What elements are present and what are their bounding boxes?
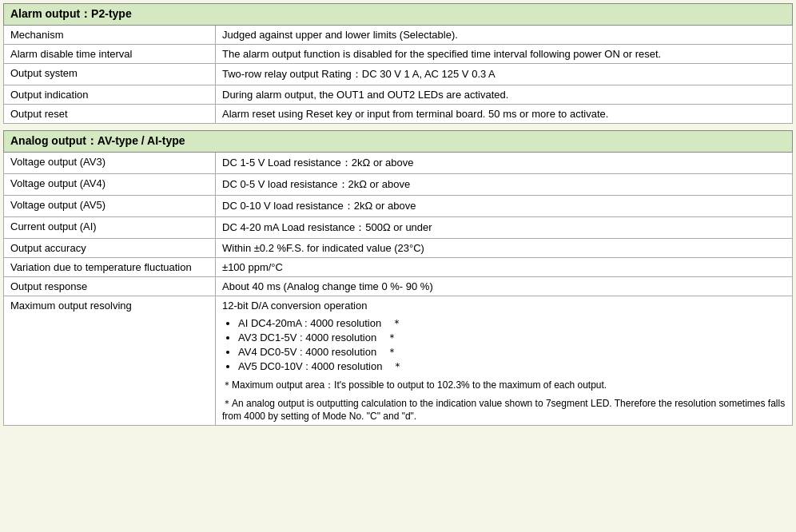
alarm-output-section: Alarm output：P2-type MechanismJudged aga… xyxy=(3,3,793,124)
table-row: MechanismJudged against upper and lower … xyxy=(4,26,793,45)
analog-value-1: DC 0-5 V load resistance：2kΩ or above xyxy=(216,174,793,196)
table-row: Output responseAbout 40 ms (Analog chang… xyxy=(4,277,793,296)
analog-label-6: Output response xyxy=(4,277,216,296)
analog-value-5: ±100 ppm/°C xyxy=(216,258,793,277)
resolution-note2: ＊An analog output is outputting calculat… xyxy=(222,397,786,422)
analog-label-5: Variation due to temperature fluctuation xyxy=(4,258,216,277)
alarm-label-2: Output system xyxy=(4,64,216,85)
resolution-note1: ＊Maximum output area：It's possible to ou… xyxy=(222,379,786,392)
alarm-value-2: Two-row relay output Rating：DC 30 V 1 A,… xyxy=(216,64,793,85)
table-row: Maximum output resolving12-bit D/A conve… xyxy=(4,296,793,426)
analog-output-section: Analog output：AV-type / AI-type Voltage … xyxy=(3,130,793,426)
list-item: AV5 DC0-10V : 4000 resolution ＊ xyxy=(238,359,786,374)
table-row: Output indicationDuring alarm output, th… xyxy=(4,85,793,105)
analog-label-3: Current output (AI) xyxy=(4,217,216,239)
alarm-section-header: Alarm output：P2-type xyxy=(4,4,793,26)
table-row: Variation due to temperature fluctuation… xyxy=(4,258,793,277)
analog-section-header: Analog output：AV-type / AI-type xyxy=(4,131,793,153)
resolution-list: AI DC4-20mA : 4000 resolution ＊AV3 DC1-5… xyxy=(238,316,786,374)
table-row: Voltage output (AV3)DC 1-5 V Load resist… xyxy=(4,153,793,174)
alarm-label-3: Output indication xyxy=(4,85,216,105)
analog-label-2: Voltage output (AV5) xyxy=(4,196,216,217)
analog-value-4: Within ±0.2 %F.S. for indicated value (2… xyxy=(216,239,793,258)
alarm-value-0: Judged against upper and lower limits (S… xyxy=(216,26,793,45)
alarm-label-1: Alarm disable time interval xyxy=(4,45,216,64)
table-row: Current output (AI)DC 4-20 mA Load resis… xyxy=(4,217,793,239)
alarm-label-0: Mechanism xyxy=(4,26,216,45)
alarm-value-3: During alarm output, the OUT1 and OUT2 L… xyxy=(216,85,793,105)
resolution-main-text: 12-bit D/A conversion operation xyxy=(222,300,367,312)
analog-value-3: DC 4-20 mA Load resistance：500Ω or under xyxy=(216,217,793,239)
list-item: AV3 DC1-5V : 4000 resolution ＊ xyxy=(238,331,786,345)
analog-value-7: 12-bit D/A conversion operationAI DC4-20… xyxy=(216,296,793,426)
alarm-value-1: The alarm output function is disabled fo… xyxy=(216,45,793,64)
alarm-value-4: Alarm reset using Reset key or input fro… xyxy=(216,105,793,124)
table-row: Alarm disable time intervalThe alarm out… xyxy=(4,45,793,64)
alarm-label-4: Output reset xyxy=(4,105,216,124)
table-row: Output accuracyWithin ±0.2 %F.S. for ind… xyxy=(4,239,793,258)
table-row: Voltage output (AV5)DC 0-10 V load resis… xyxy=(4,196,793,217)
analog-label-1: Voltage output (AV4) xyxy=(4,174,216,196)
analog-label-7: Maximum output resolving xyxy=(4,296,216,426)
analog-value-2: DC 0-10 V load resistance：2kΩ or above xyxy=(216,196,793,217)
analog-label-0: Voltage output (AV3) xyxy=(4,153,216,174)
analog-value-0: DC 1-5 V Load resistance：2kΩ or above xyxy=(216,153,793,174)
analog-label-4: Output accuracy xyxy=(4,239,216,258)
list-item: AV4 DC0-5V : 4000 resolution ＊ xyxy=(238,345,786,359)
table-row: Output systemTwo-row relay output Rating… xyxy=(4,64,793,85)
list-item: AI DC4-20mA : 4000 resolution ＊ xyxy=(238,316,786,331)
analog-value-6: About 40 ms (Analog change time 0 %- 90 … xyxy=(216,277,793,296)
table-row: Voltage output (AV4)DC 0-5 V load resist… xyxy=(4,174,793,196)
table-row: Output resetAlarm reset using Reset key … xyxy=(4,105,793,124)
